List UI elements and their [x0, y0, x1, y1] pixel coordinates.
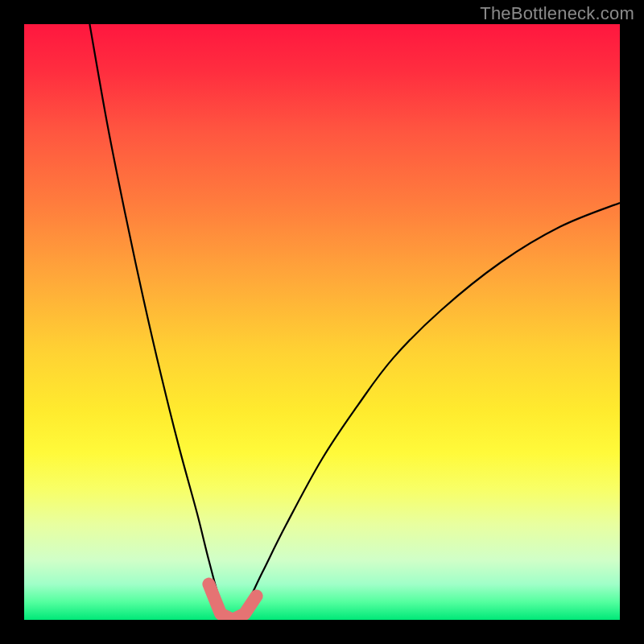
plot-area [24, 24, 620, 620]
bottleneck-curve [89, 24, 620, 620]
fit-marker [208, 584, 256, 620]
chart-frame: TheBottleneck.com [0, 0, 644, 644]
curve-svg [24, 24, 620, 620]
watermark-text: TheBottleneck.com [480, 3, 634, 24]
